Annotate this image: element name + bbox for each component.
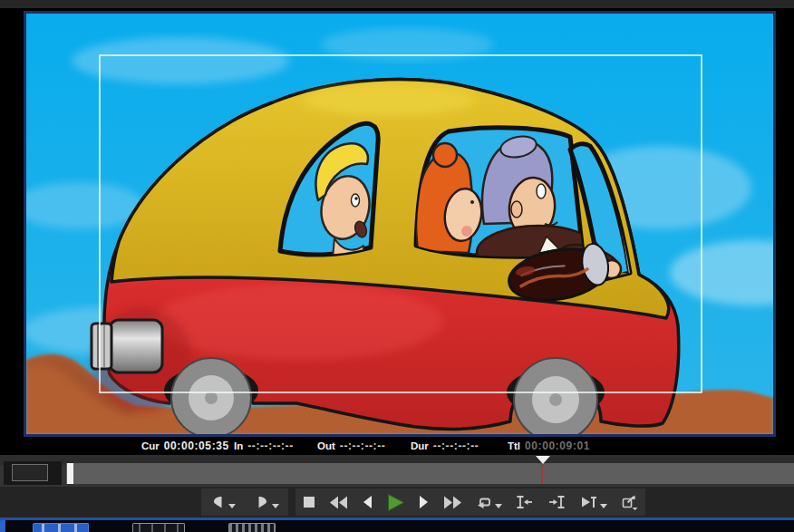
chevron-down-icon — [228, 504, 236, 508]
timecode-total-value: 00:00:09:01 — [525, 440, 590, 452]
playback-buttons-panel — [295, 488, 509, 516]
playhead-marker[interactable] — [536, 456, 550, 464]
edit-nav-panel — [508, 488, 645, 516]
frame-forward-button[interactable] — [417, 489, 431, 515]
go-to-out-icon — [547, 495, 566, 509]
chevron-down-icon — [600, 504, 607, 508]
timecode-total-label: Ttl — [508, 440, 520, 451]
preview-area — [0, 8, 794, 438]
playhead-line — [541, 465, 543, 484]
video-frame — [24, 11, 776, 437]
marker-in-flag-button[interactable] — [209, 489, 237, 515]
stop-button[interactable] — [301, 489, 317, 515]
timecode-out-label: Out — [317, 440, 335, 451]
timecode-total: Ttl00:00:09:01 — [508, 440, 590, 452]
timecode-out-value: --:--:--:-- — [340, 440, 386, 452]
timecode-in-value: --:--:--:-- — [247, 440, 294, 452]
fast-forward-icon — [443, 496, 462, 509]
timecode-out: Out--:--:--:-- — [317, 440, 385, 452]
play-to-out-icon — [580, 495, 597, 509]
timecode-current-value: 00:00:05:35 — [164, 440, 229, 452]
marker-buttons-panel — [201, 488, 288, 516]
timecode-duration: Dur--:--:--:-- — [411, 440, 479, 452]
rewind-icon — [329, 496, 348, 509]
rear-cylinder — [92, 320, 162, 372]
taskbar-active-app-icon[interactable] — [33, 523, 89, 532]
scrub-range-thumb[interactable] — [67, 463, 73, 484]
loop-button[interactable] — [474, 489, 504, 515]
timecode-bar: Cur00:00:05:35 In--:--:--:-- Out--:--:--… — [0, 438, 794, 455]
frame-back-icon — [363, 495, 373, 509]
flag-left-icon — [211, 495, 226, 509]
timecode-in-label: In — [234, 440, 243, 451]
taskbar-start-sliver[interactable] — [0, 520, 5, 532]
timecode-duration-value: --:--:--:-- — [433, 440, 479, 452]
chevron-down-icon — [272, 504, 279, 508]
transport-bar — [0, 487, 794, 517]
taskbar-strip — [0, 520, 794, 532]
taskbar-app-icon[interactable] — [132, 523, 185, 532]
rewind-button[interactable] — [327, 489, 350, 515]
go-to-out-button[interactable] — [546, 489, 568, 515]
marker-out-flag-button[interactable] — [253, 489, 281, 515]
timecode-duration-label: Dur — [411, 440, 429, 451]
scrubber-area — [0, 455, 794, 487]
play-icon — [386, 493, 405, 512]
jog-control[interactable] — [4, 461, 62, 485]
chevron-down-icon — [495, 504, 502, 508]
scrub-bar[interactable] — [66, 463, 794, 484]
go-to-in-icon — [515, 495, 534, 509]
export-button[interactable] — [619, 489, 640, 515]
go-to-in-button[interactable] — [513, 489, 536, 515]
export-icon — [621, 494, 638, 510]
window-top-strip — [0, 0, 794, 8]
fast-forward-button[interactable] — [441, 489, 464, 515]
flag-right-icon — [255, 495, 269, 509]
play-to-out-button[interactable] — [578, 489, 609, 515]
timecode-current-label: Cur — [141, 440, 160, 451]
frame-back-button[interactable] — [361, 489, 374, 515]
timecode-current: Cur00:00:05:35 — [141, 440, 229, 452]
jog-control-display — [12, 464, 48, 481]
stop-icon — [303, 496, 315, 508]
monitor-window: Cur00:00:05:35 In--:--:--:-- Out--:--:--… — [0, 0, 794, 532]
timecode-in: In--:--:--:-- — [234, 440, 294, 452]
frame-forward-icon — [419, 495, 429, 509]
loop-icon — [476, 495, 492, 510]
video-preview — [26, 14, 773, 434]
play-button[interactable] — [384, 489, 407, 515]
taskbar-app-icon[interactable] — [228, 523, 276, 532]
